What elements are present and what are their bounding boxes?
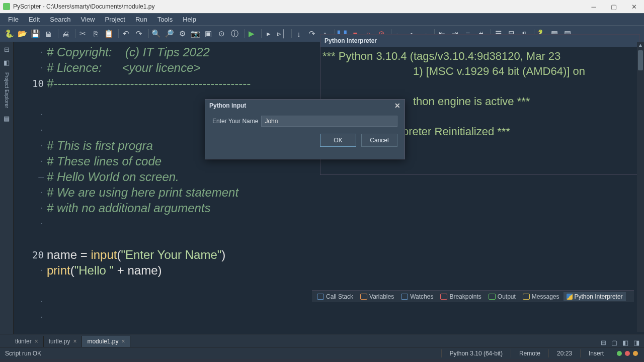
minimize-button[interactable]: ─ bbox=[584, 0, 604, 13]
cancel-button[interactable]: Cancel bbox=[361, 134, 397, 147]
bottom-tabs: Call Stack Variables Watches Breakpoints… bbox=[312, 290, 634, 302]
print-icon[interactable]: 🖨 bbox=[59, 28, 71, 40]
project-explorer-label[interactable]: Project Explorer bbox=[4, 70, 10, 110]
tab-action-icon[interactable]: ◨ bbox=[632, 338, 641, 347]
tab-close-icon[interactable]: × bbox=[35, 338, 38, 345]
save-all-icon[interactable]: 🗎 bbox=[42, 28, 54, 40]
config-icon[interactable]: 📷 bbox=[189, 28, 201, 40]
new-file-icon[interactable]: 🐍 bbox=[3, 28, 15, 40]
ok-button[interactable]: OK bbox=[320, 134, 356, 147]
tab-action-icon[interactable]: ◧ bbox=[621, 338, 630, 347]
run-to-cursor-icon[interactable]: ▹│ bbox=[276, 28, 288, 40]
dialog-input[interactable] bbox=[261, 116, 397, 127]
separator bbox=[242, 29, 245, 38]
tab-close-icon[interactable]: × bbox=[121, 338, 125, 345]
menu-tools[interactable]: Tools bbox=[152, 14, 178, 25]
tab-messages[interactable]: Messages bbox=[520, 292, 562, 301]
folder-icon[interactable]: ▤ bbox=[2, 113, 12, 123]
separator bbox=[55, 29, 58, 38]
status-led-red bbox=[625, 351, 630, 356]
status-message: Script run OK bbox=[4, 349, 441, 357]
replace-icon[interactable]: ⚙ bbox=[176, 28, 188, 40]
tab-watches[interactable]: Watches bbox=[398, 292, 436, 301]
status-insert[interactable]: Insert bbox=[580, 349, 612, 357]
status-python[interactable]: Python 3.10 (64-bit) bbox=[441, 349, 511, 357]
tab-call-stack[interactable]: Call Stack bbox=[314, 292, 356, 301]
file-tab-strip: tkinter× turtle.py× module1.py× ⊟ ▢ ◧ ◨ bbox=[0, 334, 644, 347]
separator bbox=[72, 29, 75, 38]
separator bbox=[289, 29, 292, 38]
tab-action-icon[interactable]: ▢ bbox=[610, 338, 619, 347]
tab-variables[interactable]: Variables bbox=[357, 292, 397, 301]
tab-python-interpreter[interactable]: Python Interpreter bbox=[564, 292, 626, 301]
line-number: 20 bbox=[14, 247, 47, 262]
tab-action-icon[interactable]: ⊟ bbox=[599, 338, 608, 347]
tab-breakpoints[interactable]: Breakpoints bbox=[437, 292, 484, 301]
open-icon[interactable]: 📂 bbox=[16, 28, 28, 40]
redo-icon[interactable]: ↷ bbox=[133, 28, 145, 40]
cut-icon[interactable]: ✂ bbox=[76, 28, 89, 40]
undo-icon[interactable]: ↶ bbox=[120, 28, 132, 40]
debug-icon[interactable]: ▸ bbox=[263, 28, 275, 40]
scroll-thumb[interactable] bbox=[638, 50, 643, 70]
run-icon[interactable]: ▶ bbox=[246, 28, 258, 40]
maximize-button[interactable]: ▢ bbox=[604, 0, 624, 13]
status-bar: Script run OK Python 3.10 (64-bit) Remot… bbox=[0, 347, 644, 359]
dialog-title: Python input bbox=[209, 102, 246, 109]
window-titlebar: PyScripter - C:\Users\smarty\Documents\m… bbox=[0, 0, 644, 13]
module-icon[interactable]: ◧ bbox=[2, 57, 12, 67]
left-sidebar: ⊟ ◧ Project Explorer ▤ bbox=[0, 42, 14, 334]
paste-icon[interactable]: 📋 bbox=[103, 28, 115, 40]
menu-search[interactable]: Search bbox=[45, 14, 75, 25]
menu-project[interactable]: Project bbox=[100, 14, 130, 25]
tab-output[interactable]: Output bbox=[486, 292, 519, 301]
tool-c-icon[interactable]: ⓘ bbox=[228, 28, 240, 40]
menu-bar: File Edit Search View Project Run Tools … bbox=[0, 13, 644, 25]
scroll-up-icon[interactable]: ▲ bbox=[637, 42, 644, 49]
dialog-label: Enter Your Name bbox=[212, 118, 258, 125]
find-next-icon[interactable]: 🔎 bbox=[163, 28, 175, 40]
gutter: 10 20 bbox=[14, 42, 47, 334]
menu-edit[interactable]: Edit bbox=[24, 14, 45, 25]
separator bbox=[146, 29, 149, 38]
app-icon bbox=[3, 3, 10, 10]
status-led-orange bbox=[633, 351, 638, 356]
vertical-scrollbar[interactable]: ▲ bbox=[637, 42, 644, 332]
dialog-close-icon[interactable]: ✕ bbox=[390, 102, 405, 110]
line-number: 10 bbox=[14, 75, 47, 91]
menu-help[interactable]: Help bbox=[178, 14, 201, 25]
window-title: PyScripter - C:\Users\smarty\Documents\m… bbox=[13, 3, 584, 10]
tool-a-icon[interactable]: ▣ bbox=[202, 28, 214, 40]
status-led-green bbox=[617, 351, 622, 356]
file-tab-turtle[interactable]: turtle.py× bbox=[44, 336, 83, 347]
close-button[interactable]: ✕ bbox=[624, 0, 644, 13]
interpreter-title: Python Interpreter bbox=[320, 35, 639, 47]
status-mode[interactable]: Remote bbox=[511, 349, 548, 357]
save-icon[interactable]: 💾 bbox=[29, 28, 41, 40]
dialog-titlebar: Python input ✕ bbox=[205, 100, 405, 112]
menu-file[interactable]: File bbox=[3, 14, 24, 25]
find-icon[interactable]: 🔍 bbox=[150, 28, 162, 40]
separator bbox=[116, 29, 119, 38]
step-into-icon[interactable]: ↓ bbox=[293, 28, 305, 40]
copy-icon[interactable]: ⎘ bbox=[90, 28, 102, 40]
input-dialog: Python input ✕ Enter Your Name OK Cancel bbox=[205, 99, 405, 159]
separator bbox=[259, 29, 262, 38]
status-time: 20:23 bbox=[548, 349, 580, 357]
tool-b-icon[interactable]: ⊙ bbox=[215, 28, 227, 40]
tab-close-icon[interactable]: × bbox=[73, 338, 76, 345]
file-tab-module1[interactable]: module1.py× bbox=[82, 336, 130, 347]
explorer-icon[interactable]: ⊟ bbox=[2, 44, 12, 54]
menu-view[interactable]: View bbox=[76, 14, 100, 25]
step-over-icon[interactable]: ↷ bbox=[306, 28, 318, 40]
file-tab-tkinter[interactable]: tkinter× bbox=[10, 336, 44, 347]
menu-run[interactable]: Run bbox=[130, 14, 152, 25]
